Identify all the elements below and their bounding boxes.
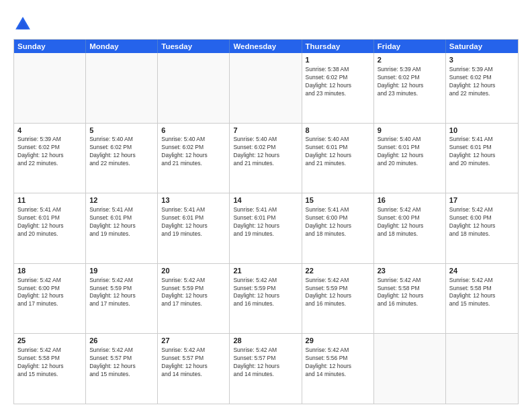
cell-sun-info: Sunrise: 5:40 AM Sunset: 6:01 PM Dayligh… [306,136,370,168]
calendar-cell: 7Sunrise: 5:40 AM Sunset: 6:02 PM Daylig… [230,124,302,193]
calendar-header: SundayMondayTuesdayWednesdayThursdayFrid… [14,40,518,53]
day-number: 5 [89,126,154,136]
calendar-cell [86,53,158,123]
calendar-body: 1Sunrise: 5:38 AM Sunset: 6:02 PM Daylig… [14,53,518,404]
calendar-row: 11Sunrise: 5:41 AM Sunset: 6:01 PM Dayli… [14,193,518,263]
day-number: 21 [233,266,298,276]
calendar-cell: 26Sunrise: 5:42 AM Sunset: 5:57 PM Dayli… [86,334,158,404]
day-number: 8 [306,126,370,136]
cell-sun-info: Sunrise: 5:39 AM Sunset: 6:02 PM Dayligh… [449,66,515,98]
cell-sun-info: Sunrise: 5:42 AM Sunset: 5:59 PM Dayligh… [306,277,370,309]
cell-sun-info: Sunrise: 5:42 AM Sunset: 6:00 PM Dayligh… [378,206,442,238]
day-number: 23 [378,266,442,276]
calendar-cell [374,334,446,404]
calendar-day-header: Sunday [14,40,86,53]
cell-sun-info: Sunrise: 5:41 AM Sunset: 6:01 PM Dayligh… [449,136,515,168]
day-number: 10 [449,126,515,136]
day-number: 27 [161,336,226,346]
day-number: 15 [306,195,370,205]
cell-sun-info: Sunrise: 5:40 AM Sunset: 6:02 PM Dayligh… [233,136,298,168]
cell-sun-info: Sunrise: 5:38 AM Sunset: 6:02 PM Dayligh… [306,66,370,98]
logo [13,15,35,34]
day-number: 6 [161,126,226,136]
cell-sun-info: Sunrise: 5:42 AM Sunset: 5:59 PM Dayligh… [161,277,226,309]
day-number: 13 [161,195,226,205]
calendar-cell: 17Sunrise: 5:42 AM Sunset: 6:00 PM Dayli… [446,193,518,263]
cell-sun-info: Sunrise: 5:41 AM Sunset: 6:01 PM Dayligh… [17,206,82,238]
day-number: 2 [378,55,442,65]
day-number: 29 [306,336,370,346]
day-number: 9 [378,126,442,136]
calendar-cell: 5Sunrise: 5:40 AM Sunset: 6:02 PM Daylig… [86,124,158,193]
calendar-cell: 28Sunrise: 5:42 AM Sunset: 5:57 PM Dayli… [230,334,302,404]
day-number: 22 [306,266,370,276]
calendar-cell: 10Sunrise: 5:41 AM Sunset: 6:01 PM Dayli… [446,124,518,193]
calendar-cell: 12Sunrise: 5:41 AM Sunset: 6:01 PM Dayli… [86,193,158,263]
day-number: 11 [17,195,82,205]
calendar-day-header: Friday [374,40,446,53]
calendar-row: 4Sunrise: 5:39 AM Sunset: 6:02 PM Daylig… [14,123,518,193]
calendar-row: 1Sunrise: 5:38 AM Sunset: 6:02 PM Daylig… [14,53,518,123]
day-number: 19 [89,266,154,276]
cell-sun-info: Sunrise: 5:42 AM Sunset: 5:58 PM Dayligh… [17,347,82,379]
calendar-cell: 22Sunrise: 5:42 AM Sunset: 5:59 PM Dayli… [302,264,374,334]
calendar-cell [446,334,518,404]
cell-sun-info: Sunrise: 5:40 AM Sunset: 6:02 PM Dayligh… [89,136,154,168]
cell-sun-info: Sunrise: 5:41 AM Sunset: 6:01 PM Dayligh… [89,206,154,238]
day-number: 28 [233,336,298,346]
cell-sun-info: Sunrise: 5:42 AM Sunset: 5:57 PM Dayligh… [233,347,298,379]
day-number: 25 [17,336,82,346]
cell-sun-info: Sunrise: 5:40 AM Sunset: 6:01 PM Dayligh… [378,136,442,168]
calendar-cell: 11Sunrise: 5:41 AM Sunset: 6:01 PM Dayli… [14,193,86,263]
cell-sun-info: Sunrise: 5:41 AM Sunset: 6:01 PM Dayligh… [233,206,298,238]
calendar-cell: 2Sunrise: 5:39 AM Sunset: 6:02 PM Daylig… [374,53,446,123]
cell-sun-info: Sunrise: 5:42 AM Sunset: 5:57 PM Dayligh… [161,347,226,379]
logo-icon [13,15,32,34]
cell-sun-info: Sunrise: 5:42 AM Sunset: 6:00 PM Dayligh… [449,206,515,238]
day-number: 12 [89,195,154,205]
calendar-row: 18Sunrise: 5:42 AM Sunset: 6:00 PM Dayli… [14,263,518,334]
calendar-cell: 19Sunrise: 5:42 AM Sunset: 5:59 PM Dayli… [86,264,158,334]
calendar-day-header: Monday [86,40,158,53]
cell-sun-info: Sunrise: 5:39 AM Sunset: 6:02 PM Dayligh… [17,136,82,168]
calendar-day-header: Wednesday [230,40,302,53]
cell-sun-info: Sunrise: 5:42 AM Sunset: 5:56 PM Dayligh… [306,347,370,379]
calendar-cell: 20Sunrise: 5:42 AM Sunset: 5:59 PM Dayli… [158,264,230,334]
calendar-cell: 3Sunrise: 5:39 AM Sunset: 6:02 PM Daylig… [446,53,518,123]
calendar-cell: 25Sunrise: 5:42 AM Sunset: 5:58 PM Dayli… [14,334,86,404]
day-number: 4 [17,126,82,136]
calendar-cell: 21Sunrise: 5:42 AM Sunset: 5:59 PM Dayli… [230,264,302,334]
calendar-cell: 1Sunrise: 5:38 AM Sunset: 6:02 PM Daylig… [302,53,374,123]
cell-sun-info: Sunrise: 5:42 AM Sunset: 5:58 PM Dayligh… [378,277,442,309]
cell-sun-info: Sunrise: 5:42 AM Sunset: 5:59 PM Dayligh… [233,277,298,309]
calendar-cell: 14Sunrise: 5:41 AM Sunset: 6:01 PM Dayli… [230,193,302,263]
calendar-cell: 4Sunrise: 5:39 AM Sunset: 6:02 PM Daylig… [14,124,86,193]
calendar-cell: 18Sunrise: 5:42 AM Sunset: 6:00 PM Dayli… [14,264,86,334]
cell-sun-info: Sunrise: 5:42 AM Sunset: 5:58 PM Dayligh… [449,277,515,309]
page-header [13,12,519,34]
cell-sun-info: Sunrise: 5:41 AM Sunset: 6:00 PM Dayligh… [306,206,370,238]
calendar-cell [230,53,302,123]
calendar-cell: 16Sunrise: 5:42 AM Sunset: 6:00 PM Dayli… [374,193,446,263]
calendar-cell: 8Sunrise: 5:40 AM Sunset: 6:01 PM Daylig… [302,124,374,193]
day-number: 1 [306,55,370,65]
calendar-cell: 6Sunrise: 5:40 AM Sunset: 6:02 PM Daylig… [158,124,230,193]
day-number: 18 [17,266,82,276]
calendar-cell: 15Sunrise: 5:41 AM Sunset: 6:00 PM Dayli… [302,193,374,263]
cell-sun-info: Sunrise: 5:42 AM Sunset: 5:57 PM Dayligh… [89,347,154,379]
cell-sun-info: Sunrise: 5:39 AM Sunset: 6:02 PM Dayligh… [378,66,442,98]
cell-sun-info: Sunrise: 5:42 AM Sunset: 5:59 PM Dayligh… [89,277,154,309]
calendar-cell [158,53,230,123]
calendar-cell: 27Sunrise: 5:42 AM Sunset: 5:57 PM Dayli… [158,334,230,404]
calendar-cell: 29Sunrise: 5:42 AM Sunset: 5:56 PM Dayli… [302,334,374,404]
calendar-cell: 24Sunrise: 5:42 AM Sunset: 5:58 PM Dayli… [446,264,518,334]
day-number: 3 [449,55,515,65]
day-number: 16 [378,195,442,205]
cell-sun-info: Sunrise: 5:40 AM Sunset: 6:02 PM Dayligh… [161,136,226,168]
cell-sun-info: Sunrise: 5:42 AM Sunset: 6:00 PM Dayligh… [17,277,82,309]
calendar-row: 25Sunrise: 5:42 AM Sunset: 5:58 PM Dayli… [14,333,518,404]
day-number: 26 [89,336,154,346]
calendar-cell: 23Sunrise: 5:42 AM Sunset: 5:58 PM Dayli… [374,264,446,334]
cell-sun-info: Sunrise: 5:41 AM Sunset: 6:01 PM Dayligh… [161,206,226,238]
calendar-day-header: Saturday [446,40,518,53]
